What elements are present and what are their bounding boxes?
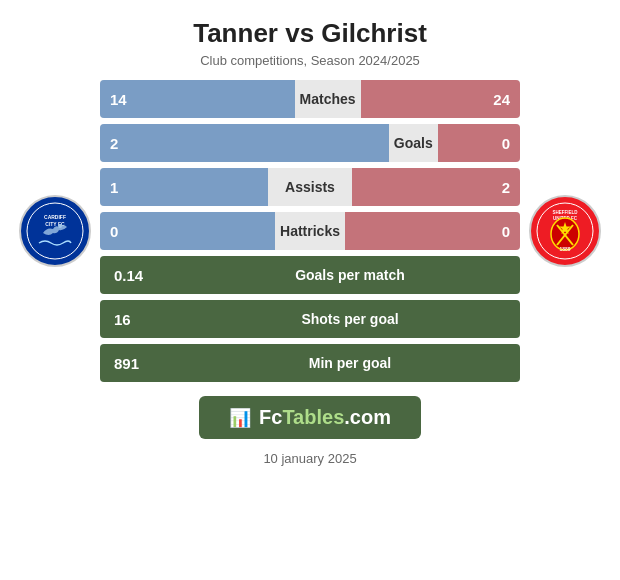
goals-right-value: 0 [502,135,510,152]
cardiff-logo-svg: CARDIFF CITY FC [25,201,85,261]
left-team-logo: CARDIFF CITY FC [10,195,100,267]
fctables-banner[interactable]: 📊 FcTables.com [199,396,421,439]
svg-text:CARDIFF: CARDIFF [44,214,66,220]
matches-left-bar: 14 [100,80,295,118]
sheffield-logo-svg: SHEFFIELD UNITED FC 1889 [535,201,595,261]
hattricks-label: Hattricks [275,223,345,239]
hattricks-right-value: 0 [502,223,510,240]
page-subtitle: Club competitions, Season 2024/2025 [200,53,420,68]
assists-left-bar: 1 [100,168,268,206]
hattricks-row: 0 Hattricks 0 [100,212,520,250]
matches-right-value: 24 [493,91,510,108]
gpm-row: 0.14 Goals per match [100,256,520,294]
fctables-text: FcTables.com [259,406,391,429]
assists-right-bar: 2 [352,168,520,206]
assists-label: Assists [268,179,352,195]
hattricks-right-bar: 0 [345,212,520,250]
footer-date: 10 january 2025 [263,451,356,466]
goals-right-bar: 0 [438,124,520,162]
matches-left-value: 14 [110,91,127,108]
gpm-value: 0.14 [100,267,180,284]
mpg-label: Min per goal [180,355,520,371]
fctables-icon: 📊 [229,407,251,429]
matches-row: 14 Matches 24 [100,80,520,118]
spg-row: 16 Shots per goal [100,300,520,338]
assists-row: 1 Assists 2 [100,168,520,206]
hattricks-left-bar: 0 [100,212,275,250]
matches-label: Matches [295,91,361,107]
svg-text:1889: 1889 [559,246,570,252]
mpg-value: 891 [100,355,180,372]
goals-left-bar: 2 [100,124,389,162]
spg-value: 16 [100,311,180,328]
right-team-logo: SHEFFIELD UNITED FC 1889 [520,195,610,267]
mpg-row: 891 Min per goal [100,344,520,382]
svg-text:SHEFFIELD: SHEFFIELD [552,210,578,215]
goals-row: 2 Goals 0 [100,124,520,162]
page-title: Tanner vs Gilchrist [193,18,427,49]
assists-right-value: 2 [502,179,510,196]
gpm-label: Goals per match [180,267,520,283]
hattricks-left-value: 0 [110,223,118,240]
stats-container: 14 Matches 24 2 Goals 0 1 Assists 2 [100,80,520,382]
matches-right-bar: 24 [361,80,520,118]
goals-label: Goals [389,135,438,151]
assists-left-value: 1 [110,179,118,196]
svg-point-3 [58,224,62,228]
goals-left-value: 2 [110,135,118,152]
spg-label: Shots per goal [180,311,520,327]
